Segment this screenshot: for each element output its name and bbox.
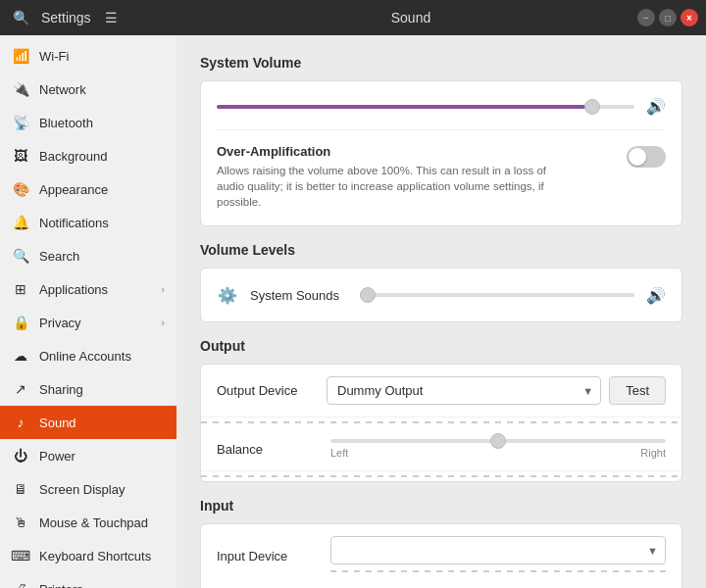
balance-slider-track[interactable] xyxy=(330,439,666,443)
app-title: Settings xyxy=(41,10,91,25)
output-title: Output xyxy=(200,338,682,354)
balance-wrapper: Left Right xyxy=(330,439,666,459)
sidebar-item-notifications[interactable]: 🔔Notifications xyxy=(0,206,176,239)
balance-label: Balance xyxy=(217,442,315,457)
sidebar-item-privacy[interactable]: 🔒Privacy› xyxy=(0,306,176,339)
sidebar-item-wifi[interactable]: 📶Wi-Fi xyxy=(0,39,176,73)
sidebar-item-applications[interactable]: ⊞Applications› xyxy=(0,272,176,306)
mouse-touchpad-label: Mouse & Touchpad xyxy=(39,515,165,530)
volume-slider-track[interactable] xyxy=(217,105,634,109)
output-card: Output Device Dummy Output ▼ Test Balanc… xyxy=(200,364,682,482)
sharing-icon: ↗ xyxy=(12,380,29,398)
search-icon: 🔍 xyxy=(12,247,29,265)
sys-sounds-speaker-icon: 🔊 xyxy=(646,286,666,305)
sys-sounds-slider-thumb[interactable] xyxy=(360,287,376,303)
maximize-button[interactable]: □ xyxy=(659,9,677,26)
input-device-select-wrapper: ▼ xyxy=(330,536,666,564)
sidebar-item-background[interactable]: 🖼Background xyxy=(0,139,176,172)
keyboard-shortcuts-icon: ⌨ xyxy=(12,547,29,564)
over-amp-toggle[interactable] xyxy=(627,146,666,168)
mouse-touchpad-icon: 🖱 xyxy=(12,514,29,531)
sidebar: 📶Wi-Fi🔌Network📡Bluetooth🖼Background🎨Appe… xyxy=(0,35,176,588)
volume-slider-fill xyxy=(217,105,592,109)
input-title: Input xyxy=(200,498,682,514)
applications-chevron-icon: › xyxy=(161,283,165,295)
wifi-icon: 📶 xyxy=(12,47,29,65)
over-amp-desc: Allows raising the volume above 100%. Th… xyxy=(217,163,550,210)
input-device-row: Input Device ▼ xyxy=(201,524,681,588)
power-label: Power xyxy=(39,449,165,464)
sidebar-item-screen-display[interactable]: 🖥Screen Display xyxy=(0,472,176,506)
output-dashed-line-2 xyxy=(201,475,681,477)
notifications-label: Notifications xyxy=(39,216,165,230)
system-volume-card: 🔊 Over-Amplification Allows raising the … xyxy=(200,80,682,226)
volume-speaker-icon: 🔊 xyxy=(646,97,666,116)
close-button[interactable]: × xyxy=(681,9,698,26)
over-amp-title: Over-Amplification xyxy=(217,144,550,159)
privacy-label: Privacy xyxy=(39,316,151,330)
sidebar-item-bluetooth[interactable]: 📡Bluetooth xyxy=(0,106,176,139)
wifi-label: Wi-Fi xyxy=(39,49,165,64)
appearance-icon: 🎨 xyxy=(12,180,29,198)
sidebar-item-appearance[interactable]: 🎨Appearance xyxy=(0,172,176,206)
printers-label: Printers xyxy=(39,582,165,589)
output-device-inner: Dummy Output ▼ Test xyxy=(327,376,666,405)
volume-slider-thumb[interactable] xyxy=(584,99,600,115)
bluetooth-label: Bluetooth xyxy=(39,116,165,130)
content-area: System Volume 🔊 Over-Amplification Allow… xyxy=(176,35,706,588)
appearance-label: Appearance xyxy=(39,182,165,197)
volume-levels-card: ⚙️ System Sounds 🔊 xyxy=(200,268,682,322)
power-icon: ⏻ xyxy=(12,447,29,465)
sys-sounds-slider-track[interactable] xyxy=(360,293,634,297)
sound-label: Sound xyxy=(39,416,165,430)
network-icon: 🔌 xyxy=(12,80,29,98)
privacy-icon: 🔒 xyxy=(12,314,29,331)
test-button[interactable]: Test xyxy=(609,376,666,405)
online-accounts-icon: ☁ xyxy=(12,347,29,365)
background-icon: 🖼 xyxy=(12,147,29,165)
output-device-row: Output Device Dummy Output ▼ Test xyxy=(201,365,681,417)
sound-icon: ♪ xyxy=(12,414,29,431)
sidebar-item-printers[interactable]: 🖨Printers xyxy=(0,572,176,588)
balance-slider-thumb[interactable] xyxy=(490,433,506,449)
balance-row: Balance Left Right xyxy=(201,427,681,471)
screen-display-label: Screen Display xyxy=(39,482,165,497)
main-layout: 📶Wi-Fi🔌Network📡Bluetooth🖼Background🎨Appe… xyxy=(0,35,706,588)
notifications-icon: 🔔 xyxy=(12,214,29,231)
input-device-controls: ▼ xyxy=(330,536,666,576)
printers-icon: 🖨 xyxy=(12,580,29,588)
titlebar-left: 🔍 Settings ☰ xyxy=(8,5,184,30)
output-device-label: Output Device xyxy=(217,383,315,398)
sidebar-item-sound[interactable]: ♪Sound xyxy=(0,406,176,439)
sidebar-item-keyboard-shortcuts[interactable]: ⌨Keyboard Shortcuts xyxy=(0,539,176,572)
sidebar-item-network[interactable]: 🔌Network xyxy=(0,73,176,106)
hamburger-btn[interactable]: ☰ xyxy=(99,5,125,30)
output-device-select-wrapper: Dummy Output ▼ xyxy=(327,376,601,405)
sidebar-item-sharing[interactable]: ↗Sharing xyxy=(0,372,176,406)
window-controls: − □ × xyxy=(637,9,698,26)
online-accounts-label: Online Accounts xyxy=(39,349,165,364)
system-volume-title: System Volume xyxy=(200,55,682,71)
over-amplification-row: Over-Amplification Allows raising the vo… xyxy=(217,129,666,210)
input-device-label: Input Device xyxy=(217,549,315,564)
applications-icon: ⊞ xyxy=(12,280,29,298)
sidebar-item-power[interactable]: ⏻Power xyxy=(0,439,176,472)
search-icon-btn[interactable]: 🔍 xyxy=(8,5,33,30)
sidebar-item-online-accounts[interactable]: ☁Online Accounts xyxy=(0,339,176,372)
balance-right-label: Right xyxy=(640,447,666,459)
system-sounds-gear-icon: ⚙️ xyxy=(217,284,238,306)
over-amplification-text: Over-Amplification Allows raising the vo… xyxy=(217,144,550,210)
keyboard-shortcuts-label: Keyboard Shortcuts xyxy=(39,549,165,564)
balance-left-label: Left xyxy=(330,447,348,459)
network-label: Network xyxy=(39,82,165,97)
sidebar-item-search[interactable]: 🔍Search xyxy=(0,239,176,272)
background-label: Background xyxy=(39,149,165,164)
output-dashed-line-1 xyxy=(201,421,681,423)
screen-display-icon: 🖥 xyxy=(12,480,29,498)
input-dashed-line xyxy=(330,570,666,572)
privacy-chevron-icon: › xyxy=(161,317,165,328)
minimize-button[interactable]: − xyxy=(637,9,655,26)
sidebar-item-mouse-touchpad[interactable]: 🖱Mouse & Touchpad xyxy=(0,506,176,539)
output-device-select[interactable]: Dummy Output xyxy=(327,376,601,405)
input-device-select[interactable] xyxy=(330,536,666,564)
